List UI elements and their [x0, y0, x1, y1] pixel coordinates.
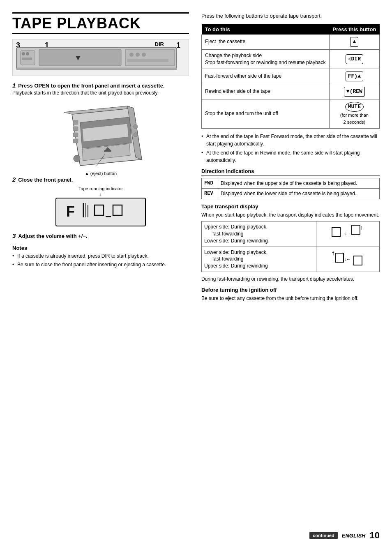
svg-point-8	[129, 53, 134, 57]
transport-row-2: Lower side: During playback, fast-foward…	[202, 247, 380, 272]
step-3-title: Adjust the volume with +/−.	[18, 233, 87, 239]
direction-table: FWD Displayed when the upper side of the…	[201, 178, 380, 200]
svg-point-9	[136, 53, 140, 57]
transport-symbol-1: →↓ †	[319, 224, 377, 244]
fwd-desc: Displayed when the upper side of the cas…	[218, 178, 380, 189]
svg-point-3	[22, 52, 25, 55]
continued-badge: continued	[309, 532, 338, 539]
svg-rect-35	[335, 253, 344, 262]
table-col2-header: Press this button	[329, 24, 379, 35]
svg-text:†: †	[360, 226, 362, 231]
action-eject: Eject the cassette	[202, 35, 330, 50]
bullet-note-2: At the end of the tape in Rewind mode, t…	[201, 149, 380, 164]
note-item-1: If a cassette is already inserted, press…	[12, 253, 189, 260]
mute-extra: (for more than2 seconds)	[340, 113, 369, 125]
table-row-mute: Stop the tape and turn the unit off MUTE…	[202, 99, 380, 128]
direction-indications-heading: Direction indications	[201, 168, 380, 175]
step-1-number: 1	[12, 82, 16, 89]
notes-list: If a cassette is already inserted, press…	[12, 253, 189, 268]
notes-title: Notes	[12, 245, 189, 251]
right-bullet-notes: At the end of the tape in Fast Forward m…	[201, 133, 380, 164]
step-1: 1 Press OPEN to open the front panel and…	[12, 82, 189, 97]
button-ff: FF)▲	[329, 69, 379, 84]
ff-symbol: FF)▲	[346, 72, 363, 81]
step-3-number: 3	[12, 232, 16, 239]
svg-text:F: F	[66, 203, 76, 219]
right-intro: Press the following buttons to operate t…	[201, 12, 380, 20]
before-ignition-body: Be sure to eject any cassette from the u…	[201, 295, 380, 302]
indicator-arrow-line: ↓	[12, 192, 189, 197]
eject-symbol: ▲	[350, 37, 358, 47]
transport-display-1: →↓ †	[316, 221, 379, 247]
page-number: 10	[370, 530, 380, 541]
fwd-symbol: FWD	[202, 178, 218, 189]
bullet-note-1: At the end of the tape in Fast Forward m…	[201, 133, 380, 148]
transport-table: Upper side: During playback, fast-foward…	[201, 221, 380, 272]
dir-row-fwd: FWD Displayed when the upper side of the…	[202, 178, 380, 189]
cassette-svg	[55, 102, 146, 168]
table-col1-header: To do this	[202, 24, 330, 35]
rev-symbol: REV	[202, 189, 218, 199]
svg-point-10	[142, 53, 146, 57]
svg-rect-17	[73, 133, 78, 137]
before-ignition-heading: Before turning the ignition off	[201, 287, 380, 293]
display-diagram-container: Tape running indicator ↓ F	[12, 186, 189, 226]
step-2: 2 Close the front panel. Tape running in…	[12, 176, 189, 226]
svg-text:†: †	[332, 251, 334, 256]
page-footer: continued ENGLISH 10	[309, 530, 380, 541]
svg-point-21	[134, 133, 138, 137]
step-1-title: Press OPEN to open the front panel and i…	[18, 83, 164, 89]
svg-text:→↓: →↓	[342, 231, 347, 236]
svg-rect-14	[104, 150, 111, 152]
button-rew: ▼(REW	[329, 84, 379, 99]
svg-point-19	[74, 155, 80, 162]
transport-note: During fast-forwarding or rewinding, the…	[201, 275, 380, 283]
transport-desc-2: Lower side: During playback, fast-foward…	[202, 247, 316, 272]
step-1-body: Playback starts in the direction that th…	[12, 90, 189, 97]
note-item-2: Be sure to close the front panel after i…	[12, 261, 189, 268]
eject-label: ▲ (eject) button	[12, 171, 189, 176]
dir-row-rev: REV Displayed when the lower side of the…	[202, 189, 380, 199]
button-mute: MUTE (for more than2 seconds)	[329, 99, 379, 128]
right-column: Press the following buttons to operate t…	[201, 12, 380, 533]
tape-indicator-label: Tape running indicator	[12, 186, 189, 191]
rev-desc: Displayed when the lower side of the cas…	[218, 189, 380, 199]
svg-rect-29	[113, 205, 122, 215]
notes-section: Notes If a cassette is already inserted,…	[12, 245, 189, 268]
action-mute: Stop the tape and turn the unit off	[202, 99, 330, 128]
step-3: 3 Adjust the volume with +/−.	[12, 232, 189, 239]
svg-rect-30	[332, 228, 340, 237]
svg-rect-11	[127, 59, 168, 62]
svg-rect-32	[352, 225, 360, 234]
page-title: TAPE PLAYBACK	[12, 15, 189, 32]
action-ff: Fast-forward either side of the tape	[202, 69, 330, 84]
button-table: To do this Press this button Eject the c…	[201, 24, 380, 129]
svg-point-20	[134, 125, 138, 129]
transport-symbol-2: † ↓←	[319, 250, 377, 269]
action-dir: Change the playback sideStop fast-forwar…	[202, 49, 330, 69]
transport-svg-2: † ↓←	[331, 250, 364, 266]
svg-rect-15	[73, 120, 78, 125]
display-svg: F	[64, 201, 138, 219]
svg-rect-27	[95, 205, 104, 215]
display-box: F	[55, 198, 146, 226]
action-rew: Rewind either side of the tape	[202, 84, 330, 99]
step-2-title: Close the front panel.	[18, 177, 73, 183]
table-row-dir: Change the playback sideStop fast-forwar…	[202, 49, 380, 69]
title-section: TAPE PLAYBACK	[12, 12, 189, 34]
page-language: ENGLISH	[342, 533, 366, 539]
svg-text:▼: ▼	[74, 54, 82, 62]
table-row-rew: Rewind either side of the tape ▼(REW	[202, 84, 380, 99]
cassette-diagram	[55, 102, 146, 168]
button-eject: ▲	[329, 35, 379, 50]
transport-svg-1: →↓ †	[331, 224, 364, 241]
left-column: TAPE PLAYBACK 3 1 DIR 1 ▼	[12, 12, 189, 533]
top-diagram: 3 1 DIR 1 ▼	[12, 39, 189, 76]
display-text: F	[64, 201, 138, 224]
device-diagram-svg: ▼	[14, 43, 179, 74]
svg-rect-18	[73, 139, 78, 143]
svg-rect-5	[22, 58, 32, 60]
svg-rect-7	[125, 49, 175, 66]
tape-transport-heading: Tape transport display	[201, 203, 380, 210]
dir-symbol: ◁DIR	[346, 54, 363, 64]
